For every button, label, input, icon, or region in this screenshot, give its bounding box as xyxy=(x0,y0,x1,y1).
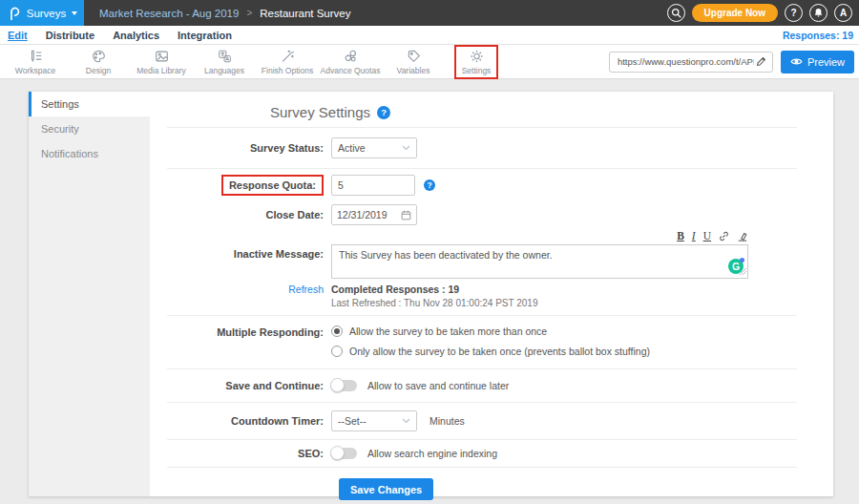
save-and-continue-row: Save and Continue: Allow to save and con… xyxy=(167,369,797,403)
underline-button[interactable]: U xyxy=(703,231,711,242)
toolbar-right: Preview xyxy=(609,51,859,74)
notifications-button[interactable] xyxy=(809,4,828,22)
workspace-icon xyxy=(28,49,44,64)
settings-main: Survey Settings ? Survey Status: Active … xyxy=(150,92,833,496)
close-date-input[interactable]: 12/31/2019 xyxy=(331,204,417,225)
countdown-timer-select[interactable]: --Set-- xyxy=(331,410,417,431)
toolbar-item-design[interactable]: Design xyxy=(67,49,130,75)
preview-label: Preview xyxy=(807,56,845,68)
completed-responses: Completed Responses : 19 xyxy=(331,284,459,295)
title-help-icon[interactable]: ? xyxy=(377,106,390,119)
radio-unselected-icon[interactable] xyxy=(331,346,343,357)
close-date-label: Close Date: xyxy=(167,209,331,220)
survey-status-row: Survey Status: Active xyxy=(167,128,797,169)
sidebar-item-settings[interactable]: Settings xyxy=(29,92,150,116)
seo-label: SEO: xyxy=(167,448,331,459)
save-and-continue-label: Save and Continue: xyxy=(167,380,331,391)
media-library-icon xyxy=(154,49,170,64)
sidebar-item-security[interactable]: Security xyxy=(29,116,150,141)
page-title: Survey Settings xyxy=(270,104,370,120)
surveys-product-menu[interactable]: Surveys xyxy=(0,0,84,26)
close-date-row: Close Date: 12/31/2019 xyxy=(167,204,797,225)
edit-url-pencil-icon[interactable] xyxy=(756,56,772,67)
toolbar-item-advance-quotas[interactable]: Advance Quotas xyxy=(319,49,382,75)
primary-nav: Edit Distribute Analytics Integration Re… xyxy=(0,26,859,45)
inactive-message-text: This Survey has been deactivated by the … xyxy=(339,249,553,261)
survey-toolbar: Workspace Design Media Library xyxy=(0,45,859,79)
radio-selected-icon[interactable] xyxy=(331,326,343,337)
finish-options-wand-icon xyxy=(280,49,296,64)
questionpro-logo-icon xyxy=(7,5,21,21)
toolbar-item-languages[interactable]: Languages xyxy=(193,49,256,75)
save-and-continue-toggle[interactable] xyxy=(331,380,357,391)
close-date-value: 12/31/2019 xyxy=(337,209,388,220)
save-row: Save Changes xyxy=(167,468,797,500)
bold-button[interactable]: B xyxy=(677,231,684,242)
radio-option-multiple-allowed[interactable]: Allow the survey to be taken more than o… xyxy=(331,326,547,337)
breadcrumb-folder[interactable]: Market Research - Aug 2019 xyxy=(99,8,239,19)
survey-url-input[interactable] xyxy=(610,56,756,67)
sidebar-item-notifications[interactable]: Notifications xyxy=(29,141,150,166)
chevron-down-icon xyxy=(72,11,77,15)
settings-sidebar: Settings Security Notifications xyxy=(29,92,150,496)
tab-analytics[interactable]: Analytics xyxy=(113,30,159,41)
breadcrumb-survey-name: Restaurant Survey xyxy=(260,8,350,19)
response-quota-row: Response Quota: ? xyxy=(167,175,797,196)
radio-option-once-only[interactable]: Only allow the survey to be taken once (… xyxy=(331,346,650,357)
help-button[interactable]: ? xyxy=(785,4,803,22)
seo-toggle[interactable] xyxy=(331,448,357,459)
multiple-responding-row: Multiple Responding: Allow the survey to… xyxy=(167,316,797,369)
italic-button[interactable]: I xyxy=(692,231,696,242)
top-header: Surveys Market Research - Aug 2019 > Res… xyxy=(0,0,859,26)
resize-handle-icon[interactable] xyxy=(740,265,746,277)
inactive-message-textarea[interactable]: This Survey has been deactivated by the … xyxy=(331,244,748,279)
save-and-continue-description: Allow to save and continue later xyxy=(367,380,509,391)
chevron-down-icon xyxy=(402,145,410,151)
refresh-link[interactable]: Refresh xyxy=(288,284,324,295)
toolbar-item-media-library[interactable]: Media Library xyxy=(130,49,193,75)
bell-icon xyxy=(813,8,824,18)
tab-edit[interactable]: Edit xyxy=(8,30,28,41)
toggle-knob xyxy=(330,378,345,392)
preview-button[interactable]: Preview xyxy=(781,51,854,74)
inactive-message-row: Inactive Message: B I U xyxy=(167,229,797,279)
survey-status-value: Active xyxy=(338,142,366,154)
response-quota-label: Response Quota: xyxy=(221,175,324,196)
insert-link-icon[interactable] xyxy=(719,231,729,242)
response-quota-input[interactable] xyxy=(331,175,415,196)
chevron-down-icon xyxy=(402,418,410,424)
response-quota-help-icon[interactable]: ? xyxy=(424,179,435,191)
countdown-timer-unit: Minutes xyxy=(430,415,465,427)
upgrade-now-button[interactable]: Upgrade Now xyxy=(692,4,778,22)
advance-quotas-chain-icon xyxy=(343,49,359,64)
content-panel: Settings Security Notifications Survey S… xyxy=(29,92,833,496)
tab-distribute[interactable]: Distribute xyxy=(46,30,94,41)
toolbar-item-variables[interactable]: Variables xyxy=(382,49,445,75)
search-icon xyxy=(671,8,681,18)
refresh-row: Refresh Completed Responses : 19 Last Re… xyxy=(167,284,797,308)
avatar-initial: A xyxy=(840,8,847,18)
tab-integration[interactable]: Integration xyxy=(178,30,232,41)
quota-section: Response Quota: ? Close Date: 12/31/2019… xyxy=(167,169,797,316)
rich-text-toolbar: B I U xyxy=(331,229,748,243)
countdown-timer-label: Countdown Timer: xyxy=(167,415,331,427)
breadcrumb-separator: > xyxy=(246,8,252,18)
question-mark-icon: ? xyxy=(790,8,796,18)
countdown-timer-value: --Set-- xyxy=(338,415,367,427)
account-avatar[interactable]: A xyxy=(834,4,852,22)
toolbar-item-settings[interactable]: Settings xyxy=(454,45,498,79)
toolbar-item-finish-options[interactable]: Finish Options xyxy=(256,49,319,75)
toolbar-item-workspace[interactable]: Workspace xyxy=(4,49,67,75)
save-changes-button[interactable]: Save Changes xyxy=(339,478,433,500)
seo-row: SEO: Allow search engine indexing xyxy=(167,440,797,468)
design-palette-icon xyxy=(91,49,107,64)
survey-url-box xyxy=(609,52,773,73)
remove-format-icon[interactable] xyxy=(737,231,748,242)
responses-count[interactable]: Responses: 19 xyxy=(783,30,853,41)
settings-gear-icon xyxy=(469,49,485,64)
title-row: Survey Settings ? xyxy=(167,92,797,128)
header-actions: Upgrade Now ? A xyxy=(667,4,859,22)
survey-status-select[interactable]: Active xyxy=(331,137,417,158)
seo-description: Allow search engine indexing xyxy=(367,448,497,459)
search-button[interactable] xyxy=(667,4,685,22)
